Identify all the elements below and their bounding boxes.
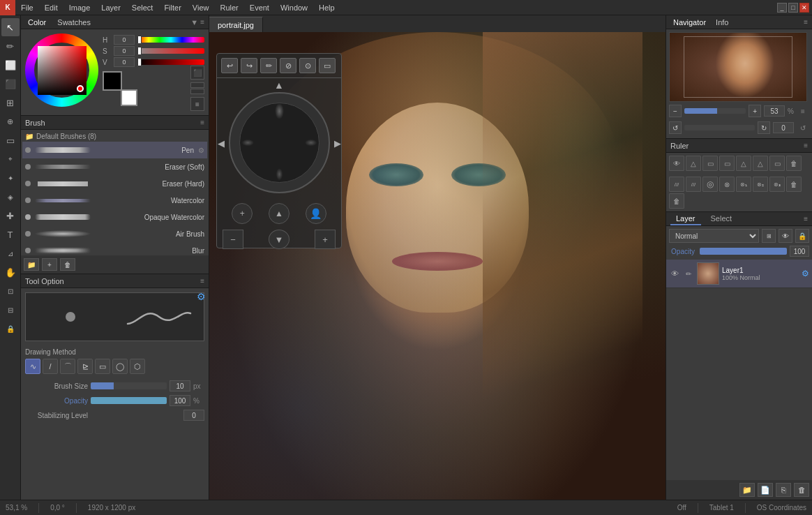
crop-tool-btn[interactable]: ⊞ bbox=[1, 94, 20, 112]
ruler-icon-cross4[interactable]: ⊗₃ bbox=[769, 177, 785, 192]
ruler-icon-eye[interactable]: 👁 bbox=[669, 156, 684, 171]
tool-option-menu-btn[interactable]: ≡ bbox=[200, 277, 204, 285]
layout-btn[interactable]: ▭ bbox=[319, 58, 336, 73]
ruler-icon-trash2[interactable]: 🗑 bbox=[786, 177, 802, 192]
ruler-icon-lines1[interactable]: /// bbox=[669, 177, 684, 192]
redo-btn[interactable]: ↪ bbox=[241, 58, 257, 73]
lasso-tool-btn[interactable]: ⌖ bbox=[1, 150, 20, 168]
color-tab[interactable]: Color bbox=[25, 18, 49, 27]
color-selector-dot[interactable] bbox=[77, 85, 84, 92]
opacity-input[interactable] bbox=[170, 395, 190, 406]
menu-layer[interactable]: Layer bbox=[96, 0, 126, 15]
layer-item-1[interactable]: 👁 ✏ Layer1 100% Normal ⚙ bbox=[666, 260, 812, 288]
nav-rotate-menu-btn[interactable]: ↺ bbox=[797, 121, 809, 134]
hue-track[interactable] bbox=[137, 37, 204, 43]
copy-layer-btn[interactable]: ⎘ bbox=[776, 483, 791, 497]
ruler-icon-tri3[interactable]: △ bbox=[753, 156, 768, 171]
rotation-dial[interactable]: ◀ ▶ bbox=[229, 92, 330, 193]
select-tab[interactable]: Select bbox=[705, 213, 738, 225]
ruler-icon-cross1[interactable]: ⊗ bbox=[719, 177, 735, 192]
clone-tool-btn[interactable]: ◈ bbox=[1, 188, 20, 206]
dm-zigzag-btn[interactable]: ⊵ bbox=[77, 359, 93, 374]
brush-tool-btn[interactable]: ✏ bbox=[1, 37, 20, 55]
new-folder-btn[interactable]: 📁 bbox=[24, 258, 39, 271]
rot-plus-btn[interactable]: + bbox=[315, 230, 336, 249]
window-maximize-btn[interactable]: □ bbox=[788, 3, 798, 13]
ruler-icon-trash[interactable]: 🗑 bbox=[786, 156, 802, 171]
opacity-bar[interactable] bbox=[91, 397, 167, 404]
menu-event[interactable]: Event bbox=[244, 0, 275, 15]
layer-gear-btn[interactable]: ⚙ bbox=[802, 269, 809, 278]
menu-file[interactable]: File bbox=[15, 0, 39, 15]
rot-person-btn[interactable]: 👤 bbox=[306, 203, 326, 224]
sat-track[interactable] bbox=[137, 48, 204, 54]
ruler-icon-rect3[interactable]: ▭ bbox=[769, 156, 785, 171]
menu-edit[interactable]: Edit bbox=[39, 0, 63, 15]
brush-item-watercolor[interactable]: Watercolor bbox=[22, 192, 207, 209]
ruler-panel-menu-btn[interactable]: ≡ bbox=[804, 142, 808, 149]
dm-line-btn[interactable]: / bbox=[43, 359, 58, 374]
navigator-menu-btn[interactable]: ≡ bbox=[804, 18, 808, 26]
menu-select[interactable]: Select bbox=[126, 0, 159, 15]
nav-zoom-slider[interactable] bbox=[684, 108, 746, 114]
ruler-icon-cross3[interactable]: ⊗₂ bbox=[753, 177, 768, 192]
text-tool-btn[interactable]: T bbox=[1, 225, 20, 244]
color-option-3[interactable]: ≡ bbox=[190, 97, 204, 111]
ruler-icon-spiral[interactable]: ◎ bbox=[702, 177, 718, 192]
dm-polygon-btn[interactable]: ⬡ bbox=[130, 359, 145, 374]
pointer-tool-btn[interactable]: ↖ bbox=[1, 18, 20, 36]
layer-vis-btn[interactable]: 👁 bbox=[669, 268, 680, 279]
nav-rotate-input[interactable] bbox=[773, 122, 794, 133]
assistant-tool-btn[interactable]: ⊟ bbox=[1, 301, 20, 319]
brush-settings-pen[interactable]: ⚙ bbox=[198, 147, 204, 154]
target-btn[interactable]: ⊙ bbox=[299, 58, 316, 73]
sat-input[interactable] bbox=[114, 46, 135, 56]
layer-edit-btn[interactable]: ✏ bbox=[683, 268, 694, 279]
info-tab[interactable]: Info bbox=[713, 18, 731, 27]
ref-image-tool-btn[interactable]: ⊡ bbox=[1, 282, 20, 300]
dm-freehand-btn[interactable]: ∿ bbox=[25, 359, 40, 374]
canvas-wrapper[interactable]: ↩ ↪ ✏ ⊘ ⊙ ▭ ▲ ◀ ▶ bbox=[209, 32, 666, 500]
select-rect-tool-btn[interactable]: ▭ bbox=[1, 131, 20, 149]
blend-mode-select[interactable]: NormalMultiplyScreenOverlayDarkenLighten… bbox=[669, 229, 759, 243]
dial-up-arrow[interactable]: ▲ bbox=[274, 80, 284, 91]
layer-opacity-bar[interactable] bbox=[700, 248, 787, 255]
dial-right-arrow[interactable]: ▶ bbox=[334, 137, 341, 148]
navigator-tab[interactable]: Navigator bbox=[670, 18, 709, 27]
clear-btn[interactable]: ⊘ bbox=[280, 58, 296, 73]
rotation-dial-area[interactable]: ▲ ◀ ▶ bbox=[217, 81, 341, 193]
rot-zoom-in-btn[interactable]: + bbox=[232, 203, 253, 224]
hand-tool-btn[interactable]: ✋ bbox=[1, 263, 20, 281]
nav-zoom-input[interactable] bbox=[764, 105, 785, 117]
eraser-tool-btn[interactable]: ⬜ bbox=[1, 56, 20, 74]
brush-item-blur[interactable]: Blur bbox=[22, 242, 207, 255]
rot-minus-btn[interactable]: − bbox=[223, 230, 243, 249]
rot-shield-btn[interactable]: ▼ bbox=[269, 230, 290, 249]
new-layer-folder-btn[interactable]: 📁 bbox=[739, 483, 755, 497]
color-panel-menu-btn[interactable]: ≡ bbox=[200, 18, 204, 27]
magic-wand-tool-btn[interactable]: ✦ bbox=[1, 169, 20, 187]
color-option-1[interactable] bbox=[190, 82, 204, 88]
tool-option-gear-btn[interactable]: ⚙ bbox=[197, 291, 206, 302]
ruler-tool-btn[interactable]: ⊿ bbox=[1, 244, 20, 262]
menu-view[interactable]: View bbox=[187, 0, 215, 15]
dial-left-arrow[interactable]: ◀ bbox=[218, 137, 225, 148]
dm-curve-btn[interactable]: ⌒ bbox=[60, 359, 75, 374]
move-tool-btn[interactable]: ✚ bbox=[1, 207, 20, 225]
nav-zoom-menu-btn[interactable]: ≡ bbox=[797, 105, 809, 117]
ruler-icon-tri2[interactable]: △ bbox=[736, 156, 751, 171]
ruler-icon-rect1[interactable]: ▭ bbox=[702, 156, 718, 171]
hue-input[interactable] bbox=[114, 35, 135, 45]
nav-rotate-ccw-btn[interactable]: ↺ bbox=[669, 121, 682, 134]
undo-btn[interactable]: ↩ bbox=[221, 58, 238, 73]
pen-mode-btn[interactable]: ✏ bbox=[260, 58, 277, 73]
menu-filter[interactable]: Filter bbox=[158, 0, 186, 15]
stabilize-input[interactable] bbox=[183, 410, 204, 421]
ruler-icon-lines2[interactable]: /// bbox=[686, 177, 701, 192]
layer-ctrl-3[interactable]: 🔒 bbox=[795, 229, 809, 243]
nav-zoom-in-btn[interactable]: + bbox=[749, 105, 761, 117]
layer-opacity-input[interactable] bbox=[790, 246, 809, 257]
ruler-icon-cross2[interactable]: ⊗₁ bbox=[736, 177, 751, 192]
ruler-icon-triangle[interactable]: △ bbox=[686, 156, 701, 171]
brush-item-pen[interactable]: Pen ⚙ bbox=[22, 142, 207, 158]
